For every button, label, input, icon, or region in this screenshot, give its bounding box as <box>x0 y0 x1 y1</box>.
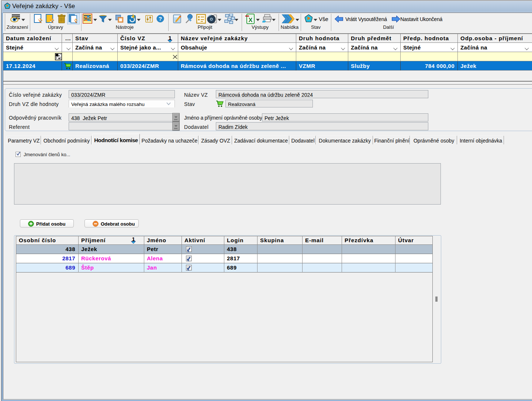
svg-text:X: X <box>248 17 253 24</box>
svg-text:?: ? <box>159 16 162 22</box>
